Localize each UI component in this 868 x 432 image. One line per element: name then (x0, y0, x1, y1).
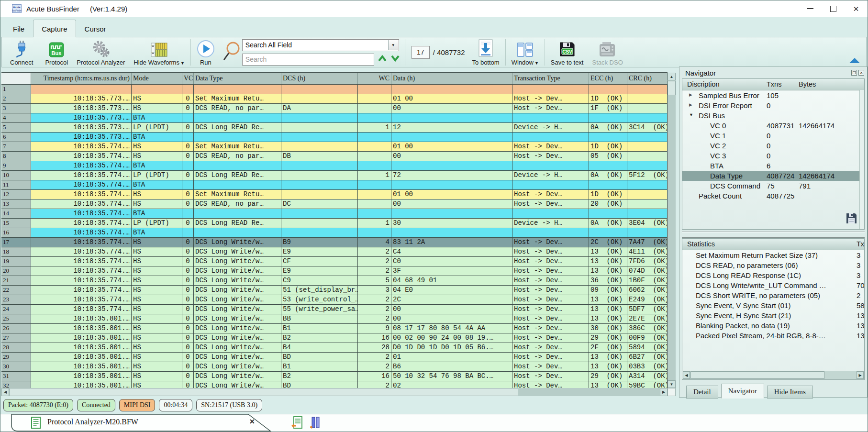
table-row[interactable]: 1310:18:35.774.…HS0DCS READ, no par…DC00… (1, 199, 668, 209)
navigator-row[interactable]: VC 04087731142664174 (682, 121, 864, 131)
column-stat-txns[interactable]: Txns (857, 240, 865, 248)
navigator-row[interactable]: VC 20 (682, 141, 864, 151)
search-field-dropdown[interactable]: Search All Field ▼ (242, 39, 399, 51)
table-row[interactable]: 1010:18:35.774.…LP (LPDT)0DCS Long READ … (1, 171, 668, 180)
statistics-row[interactable]: Packed Pixel Stream, 24-bit RGB, 8-8-…13… (682, 331, 864, 341)
panel-splitter[interactable] (682, 232, 865, 238)
statistics-row[interactable]: DCS Short WRITE, no parameters (05)2 (682, 290, 864, 300)
table-row[interactable]: 1110:18:35.774.…BTA (1, 180, 668, 190)
collapse-ribbon-icon[interactable] (849, 57, 860, 66)
table-row[interactable]: 2010:18:35.774.…HS0DCS Long Write/w…E923… (1, 266, 668, 276)
column-header[interactable]: VC (182, 73, 194, 84)
float-panel-icon[interactable]: ❐ (851, 70, 857, 76)
table-row[interactable]: 310:18:35.773.…HS0DCS READ, no par…DA00H… (1, 104, 668, 113)
column-header[interactable]: Data Type (194, 73, 281, 84)
run-button[interactable]: Run (192, 38, 219, 66)
scroll-up-icon[interactable]: ▲ (668, 73, 676, 80)
navigator-row[interactable]: ▶Sampled Bus Error105 (682, 90, 864, 100)
horizontal-scrollbar[interactable]: ◀ ▶ (1, 388, 668, 396)
statistics-row[interactable]: Set Maximum Return Packet Size (37)3 (682, 250, 864, 260)
column-header[interactable]: CRC (h) (627, 73, 668, 84)
column-header[interactable]: Timestamp (h:m:s.ms.us.ns dur) (31, 73, 132, 84)
scroll-left-icon[interactable]: ◀ (683, 371, 690, 379)
table-row[interactable]: 1510:18:35.774.…LP (LPDT)0DCS Long READ … (1, 219, 668, 228)
save-to-text-button[interactable]: CSV Save to text (546, 38, 588, 66)
navigator-row[interactable]: Packet Count4087725 (682, 191, 864, 201)
vertical-scroll-thumb[interactable] (668, 81, 676, 95)
scroll-right-icon[interactable]: ▶ (660, 388, 668, 396)
search-next-icon[interactable] (390, 55, 400, 64)
protocol-analyzer-button[interactable]: Protocol Analyzer (72, 38, 129, 66)
table-row[interactable]: 610:18:35.773.…BTA (1, 133, 668, 142)
navigator-row[interactable]: VC 10 (682, 131, 864, 141)
navigator-row[interactable]: ▼DSI Bus (682, 111, 864, 121)
table-row[interactable]: 510:18:35.773.…LP (LPDT)0DCS Long READ R… (1, 123, 668, 133)
table-row[interactable]: 2310:18:35.774.…HS0DCS Long Write/w…53 (… (1, 295, 668, 305)
statistics-row[interactable]: Sync Event, H Sync Start (21)137 (682, 310, 864, 321)
protocol-button[interactable]: Bus Protocol (41, 38, 72, 66)
statistics-row[interactable]: DCS READ, no parameters (06)3 (682, 260, 864, 270)
table-row[interactable]: 2210:18:35.774.…HS0DCS Long Write/w…51 (… (1, 286, 668, 295)
column-statistics[interactable]: Statistics (687, 240, 715, 248)
statistics-row[interactable]: DCS Long READ Response (1C)3 (682, 270, 864, 280)
column-description[interactable]: Discription (687, 80, 720, 88)
table-row[interactable]: 1210:18:35.774.…HS0Set Maximum Retu…01 0… (1, 190, 668, 199)
search-input[interactable] (242, 54, 374, 66)
statistics-horizontal-scrollbar[interactable]: ◀ ▶ (683, 371, 864, 379)
table-row[interactable]: 1810:18:35.774.…HS0DCS Long Write/w…E92C… (1, 247, 668, 257)
navigator-row[interactable]: BTA6 (682, 161, 864, 171)
statistics-row[interactable]: DCS Long Write/write_LUT Command …70 (682, 280, 864, 290)
chevron-down-icon[interactable]: ▼ (689, 112, 693, 117)
navigator-row[interactable]: ▶DSI Error Report0 (682, 100, 864, 111)
table-row[interactable]: 2110:18:35.774.…HS0DCS Long Write/w…C950… (1, 276, 668, 286)
scroll-right-icon[interactable]: ▶ (857, 371, 864, 379)
navigator-row[interactable]: DCS Command75791 (682, 181, 864, 191)
table-row[interactable]: 910:18:35.774.…BTA (1, 161, 668, 171)
navigator-row[interactable]: Data Type4087724142664174 (682, 171, 864, 181)
close-panel-icon[interactable]: ✕ (858, 70, 864, 76)
close-button[interactable]: ✕ (845, 0, 868, 17)
statistics-scroll-thumb[interactable] (690, 371, 824, 379)
tab-cursor[interactable]: Cursor (76, 20, 115, 37)
combo-dropdown-button[interactable]: ▼ (388, 40, 398, 50)
search-prev-icon[interactable] (378, 55, 387, 64)
column-header[interactable]: ECC (h) (589, 73, 627, 84)
statistics-columns-header[interactable]: Statistics Txns (682, 239, 864, 250)
table-row[interactable]: 2910:18:35.801.…HS0DCS Long Write/w…BD20… (1, 353, 668, 362)
table-row[interactable]: 1610:18:35.774.…BTA (1, 228, 668, 238)
table-row[interactable]: 410:18:35.773.…BTA (1, 113, 668, 123)
connect-button[interactable]: Connect (6, 38, 37, 66)
table-row[interactable]: 2510:18:35.801.…HS0DCS Long Write/w…BB20… (1, 314, 668, 324)
scroll-down-icon[interactable]: ▼ (668, 380, 676, 388)
navigator-row[interactable]: VC 30 (682, 151, 864, 161)
table-row[interactable]: 1710:18:35.774.…HS0DCS Long Write/w…B948… (1, 238, 668, 247)
horizontal-scroll-thumb[interactable] (10, 388, 518, 396)
navigator-scroll-track[interactable] (859, 90, 864, 229)
table-row[interactable]: 1410:18:35.774.…BTA (1, 209, 668, 219)
open-file-icon[interactable] (291, 416, 303, 432)
navigator-columns-header[interactable]: Discription Txns Bytes (682, 79, 864, 90)
maximize-button[interactable] (822, 0, 845, 17)
compare-columns-icon[interactable] (310, 416, 321, 432)
file-tab-close-icon[interactable]: ✕ (249, 418, 255, 425)
table-row[interactable]: 810:18:35.774.…HS0DCS READ, no par…DB00H… (1, 152, 668, 161)
scroll-left-icon[interactable]: ◀ (1, 388, 9, 396)
save-navigator-icon[interactable] (846, 212, 857, 226)
table-row[interactable]: 1 (1, 85, 668, 94)
table-row[interactable]: 210:18:35.773.…HS0Set Maximum Retu…01 00… (1, 94, 668, 104)
column-txns[interactable]: Txns (767, 80, 781, 88)
table-row[interactable]: 2810:18:35.801.…HS0DCS Long Write/w…B428… (1, 343, 668, 353)
column-header[interactable]: Transaction Type (512, 73, 589, 84)
column-header[interactable]: Data (h) (391, 73, 512, 84)
table-row[interactable]: 2410:18:35.774.…HS0DCS Long Write/w…55 (… (1, 305, 668, 314)
statistics-row[interactable]: Sync Event, V Sync Start (01)580 (682, 300, 864, 310)
chevron-right-icon[interactable]: ▶ (689, 92, 692, 97)
table-row[interactable]: 2710:18:35.801.…HS0DCS Long Write/w…B216… (1, 333, 668, 343)
vertical-scrollbar[interactable]: ▲ ▼ (668, 73, 676, 388)
minimize-button[interactable] (799, 0, 822, 17)
column-header[interactable] (1, 73, 31, 84)
to-bottom-button[interactable]: To bottom (468, 38, 504, 66)
table-row[interactable]: 2610:18:35.801.…HS0DCS Long Write/w…B190… (1, 324, 668, 333)
column-bytes[interactable]: Bytes (799, 80, 816, 88)
table-row[interactable]: 1910:18:35.774.…HS0DCS Long Write/w…CF2C… (1, 257, 668, 266)
